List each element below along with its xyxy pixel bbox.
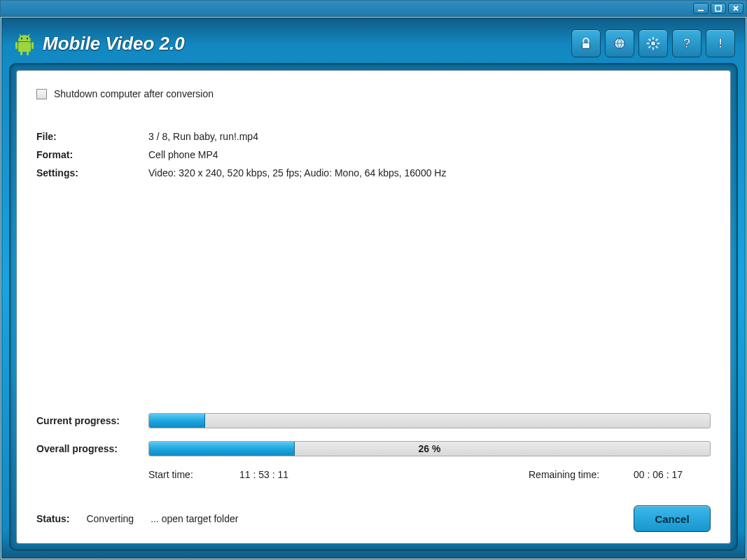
about-button[interactable]: ! <box>706 29 735 57</box>
remaining-time-label: Remaining time: <box>529 469 634 480</box>
spacer <box>36 178 711 406</box>
close-button[interactable] <box>728 3 743 14</box>
svg-point-3 <box>27 38 28 39</box>
time-row: Start time: 11 : 53 : 11 Remaining time:… <box>36 469 711 480</box>
brand: Mobile Video 2.0 <box>12 31 185 56</box>
close-icon <box>732 4 740 13</box>
format-value: Cell phone MP4 <box>148 149 711 160</box>
svg-text:!: ! <box>718 36 722 50</box>
svg-line-20 <box>656 39 658 41</box>
svg-rect-0 <box>698 10 704 11</box>
app-body: Mobile Video 2.0 <box>1 18 746 559</box>
current-progress-label: Current progress: <box>36 415 148 426</box>
app-title: Mobile Video 2.0 <box>43 33 185 55</box>
overall-progress-row: Overall progress: 26 % <box>36 441 711 456</box>
header-buttons: ? ! <box>571 29 735 57</box>
minimize-icon <box>697 4 705 13</box>
help-button[interactable]: ? <box>672 29 701 57</box>
current-progress-bar <box>148 413 711 428</box>
overall-progress-bar: 26 % <box>148 441 711 456</box>
svg-line-5 <box>28 34 30 37</box>
svg-line-19 <box>656 46 658 48</box>
svg-rect-9 <box>20 51 22 55</box>
status-value: Converting <box>86 513 134 524</box>
conversion-panel: Shutdown computer after conversion File:… <box>16 70 731 544</box>
svg-point-2 <box>21 38 22 39</box>
file-label: File: <box>36 131 148 142</box>
globe-icon <box>612 36 627 51</box>
titlebar <box>1 1 746 17</box>
shutdown-checkbox[interactable] <box>36 89 47 99</box>
overall-progress-text: 26 % <box>149 442 710 456</box>
status-label: Status: <box>36 513 69 524</box>
remaining-time-value: 00 : 06 : 17 <box>634 469 711 480</box>
svg-rect-11 <box>582 43 590 48</box>
settings-value: Video: 320 x 240, 520 kbps, 25 fps; Audi… <box>148 167 711 178</box>
current-progress-fill <box>149 414 205 428</box>
svg-text:?: ? <box>683 36 690 50</box>
svg-line-21 <box>649 46 651 48</box>
shutdown-option-row: Shutdown computer after conversion <box>36 86 711 102</box>
globe-button[interactable] <box>605 29 634 57</box>
maximize-button[interactable] <box>711 3 726 14</box>
current-progress-row: Current progress: <box>36 413 711 428</box>
maximize-icon <box>714 4 722 13</box>
open-target-folder-link[interactable]: ... open target folder <box>151 513 238 524</box>
svg-point-13 <box>650 41 655 46</box>
android-icon <box>12 31 37 56</box>
svg-rect-1 <box>715 6 721 11</box>
format-label: Format: <box>36 149 148 160</box>
svg-rect-6 <box>18 42 31 52</box>
app-window: Mobile Video 2.0 <box>0 0 747 560</box>
app-header: Mobile Video 2.0 <box>9 24 738 63</box>
svg-rect-10 <box>27 51 29 55</box>
svg-line-18 <box>649 39 651 41</box>
shutdown-label: Shutdown computer after conversion <box>54 88 214 99</box>
svg-line-4 <box>20 34 22 37</box>
question-icon: ? <box>679 36 694 51</box>
lock-button[interactable] <box>571 29 601 57</box>
exclaim-icon: ! <box>713 36 728 51</box>
file-value: 3 / 8, Run baby, run!.mp4 <box>148 131 711 142</box>
settings-label: Settings: <box>36 167 148 178</box>
svg-rect-7 <box>15 42 18 49</box>
bottom-row: Status: Converting ... open target folde… <box>36 505 711 532</box>
svg-rect-8 <box>32 42 34 49</box>
info-grid: File: 3 / 8, Run baby, run!.mp4 Format: … <box>36 131 711 178</box>
cancel-button-label: Cancel <box>655 513 689 525</box>
start-time-value: 11 : 53 : 11 <box>239 469 529 480</box>
settings-button[interactable] <box>638 29 668 57</box>
overall-progress-label: Overall progress: <box>36 443 148 454</box>
cancel-button[interactable]: Cancel <box>634 505 711 532</box>
panel-frame: Shutdown computer after conversion File:… <box>9 63 738 551</box>
lock-icon <box>578 36 594 51</box>
progress-block: Current progress: Overall progress: 26 % <box>36 413 711 480</box>
minimize-button[interactable] <box>693 3 708 14</box>
start-time-label: Start time: <box>148 469 239 480</box>
gear-icon <box>645 36 661 51</box>
